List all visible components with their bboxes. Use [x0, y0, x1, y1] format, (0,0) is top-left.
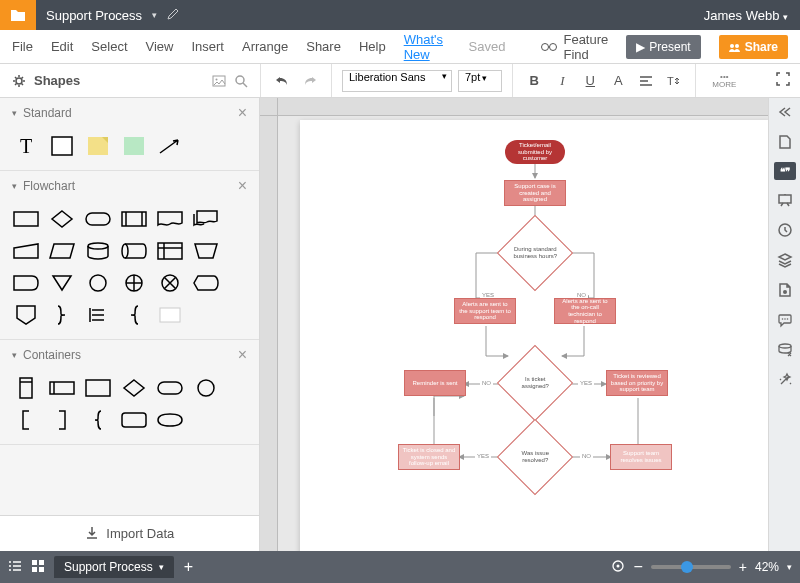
folder-icon[interactable]	[0, 0, 36, 30]
shape-data[interactable]	[46, 237, 78, 265]
menu-view[interactable]: View	[146, 39, 174, 54]
container-vlane[interactable]	[10, 374, 42, 402]
close-icon[interactable]: ×	[238, 177, 247, 195]
canvas[interactable]: Ticket/email submitted by customer Suppo…	[260, 98, 768, 551]
shape-internal[interactable]	[154, 237, 186, 265]
search-icon[interactable]	[234, 74, 248, 88]
shape-delay[interactable]	[10, 269, 42, 297]
align-button[interactable]	[635, 70, 657, 92]
share-button[interactable]: Share	[719, 35, 788, 59]
menu-share[interactable]: Share	[306, 39, 341, 54]
page-icon[interactable]	[775, 132, 795, 152]
feature-find[interactable]: Feature Find	[541, 32, 608, 62]
import-data-button[interactable]: Import Data	[0, 515, 259, 551]
master-icon[interactable]	[775, 280, 795, 300]
section-standard-header[interactable]: ▾ Standard ×	[0, 98, 259, 128]
zoom-out-button[interactable]: −	[633, 558, 642, 576]
zoom-in-button[interactable]: +	[739, 559, 747, 575]
add-page-button[interactable]: +	[184, 558, 193, 576]
node-closed[interactable]: Ticket is closed and system sends follow…	[398, 444, 460, 470]
shape-rect[interactable]	[46, 132, 78, 160]
shape-brace-l[interactable]	[118, 301, 150, 329]
italic-button[interactable]: I	[551, 70, 573, 92]
zoom-fit-button[interactable]	[611, 559, 625, 576]
document-title[interactable]: Support Process	[36, 8, 152, 23]
node-start[interactable]: Ticket/email submitted by customer	[505, 140, 565, 164]
node-reminder[interactable]: Reminder is sent	[404, 370, 466, 396]
menu-file[interactable]: File	[12, 39, 33, 54]
shape-predef[interactable]	[118, 205, 150, 233]
shape-display[interactable]	[190, 269, 222, 297]
shape-note-lines[interactable]	[82, 301, 114, 329]
shape-terminator[interactable]	[82, 205, 114, 233]
close-icon[interactable]: ×	[238, 104, 247, 122]
container-bracket-l[interactable]	[10, 406, 42, 434]
shape-direct-data[interactable]	[118, 237, 150, 265]
text-size-button[interactable]: T	[663, 70, 685, 92]
container-diamond[interactable]	[118, 374, 150, 402]
undo-button[interactable]	[271, 70, 293, 92]
presentation-icon[interactable]	[775, 190, 795, 210]
container-pill[interactable]	[154, 374, 186, 402]
shape-card[interactable]	[154, 301, 186, 329]
grid-icon[interactable]	[32, 560, 44, 575]
image-icon[interactable]	[212, 74, 226, 88]
container-hlane[interactable]	[46, 374, 78, 402]
menu-help[interactable]: Help	[359, 39, 386, 54]
shape-text[interactable]: T	[10, 132, 42, 160]
fullscreen-button[interactable]	[776, 72, 790, 90]
rename-icon[interactable]	[167, 8, 179, 23]
container-circle[interactable]	[190, 374, 222, 402]
font-size-select[interactable]: 7pt▾	[458, 70, 502, 92]
shape-offpage[interactable]	[10, 301, 42, 329]
section-flowchart-header[interactable]: ▾ Flowchart ×	[0, 171, 259, 201]
redo-button[interactable]	[299, 70, 321, 92]
shape-merge[interactable]	[46, 269, 78, 297]
shape-process[interactable]	[10, 205, 42, 233]
shape-note-yellow[interactable]	[82, 132, 114, 160]
shape-multidoc[interactable]	[190, 205, 222, 233]
menu-whats-new[interactable]: What's New	[404, 32, 451, 62]
shape-arrow[interactable]	[154, 132, 186, 160]
comment-icon[interactable]: ❝❞	[774, 162, 796, 180]
shape-decision[interactable]	[46, 205, 78, 233]
container-slanted[interactable]	[154, 406, 186, 434]
shape-brace-r[interactable]	[46, 301, 78, 329]
layers-icon[interactable]	[775, 250, 795, 270]
bold-button[interactable]: B	[523, 70, 545, 92]
zoom-slider[interactable]	[651, 565, 731, 569]
menu-edit[interactable]: Edit	[51, 39, 73, 54]
history-icon[interactable]	[775, 220, 795, 240]
menu-arrange[interactable]: Arrange	[242, 39, 288, 54]
present-button[interactable]: ▶ Present	[626, 35, 700, 59]
underline-button[interactable]: U	[579, 70, 601, 92]
font-select[interactable]: Liberation Sans▾	[342, 70, 452, 92]
magic-icon[interactable]	[775, 370, 795, 390]
menu-select[interactable]: Select	[91, 39, 127, 54]
shape-manual-op[interactable]	[190, 237, 222, 265]
page[interactable]: Ticket/email submitted by customer Suppo…	[300, 120, 768, 551]
user-menu[interactable]: James Webb ▾	[692, 8, 800, 23]
node-create-case[interactable]: Support case is created and assigned	[504, 180, 566, 206]
collapse-panel-icon[interactable]	[775, 102, 795, 122]
container-brace[interactable]	[82, 406, 114, 434]
shape-manual-input[interactable]	[10, 237, 42, 265]
node-support-resolve[interactable]: Support team resolves issues	[610, 444, 672, 470]
chevron-down-icon[interactable]: ▾	[152, 10, 157, 20]
node-reviewed[interactable]: Ticket is reviewed based on priority by …	[606, 370, 668, 396]
section-containers-header[interactable]: ▾ Containers ×	[0, 340, 259, 370]
page-tab[interactable]: Support Process ▾	[54, 556, 174, 578]
menu-insert[interactable]: Insert	[191, 39, 224, 54]
container-rounded[interactable]	[118, 406, 150, 434]
shape-or[interactable]	[118, 269, 150, 297]
node-alert-team[interactable]: Alerts are sent to the support team to r…	[454, 298, 516, 324]
outline-icon[interactable]	[8, 560, 22, 575]
node-alert-oncall[interactable]: Alerts are sent to the on-call technicia…	[554, 298, 616, 324]
close-icon[interactable]: ×	[238, 346, 247, 364]
shape-connector[interactable]	[82, 269, 114, 297]
zoom-level[interactable]: 42%	[755, 560, 779, 574]
shape-note-green[interactable]	[118, 132, 150, 160]
shape-sum[interactable]	[154, 269, 186, 297]
chat-icon[interactable]	[775, 310, 795, 330]
text-color-button[interactable]: A	[607, 70, 629, 92]
